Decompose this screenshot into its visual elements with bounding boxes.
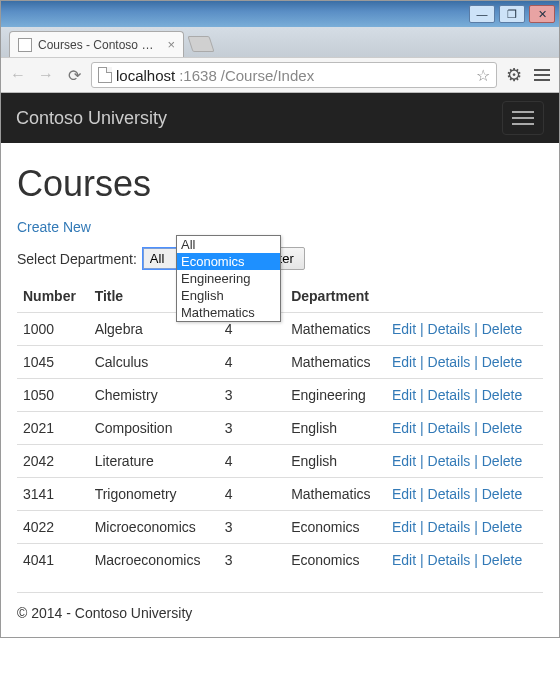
details-link[interactable]: Details: [428, 321, 471, 337]
col-number: Number: [17, 280, 89, 313]
cell-number: 1045: [17, 346, 89, 379]
cell-number: 1000: [17, 313, 89, 346]
cell-title: Calculus: [89, 346, 219, 379]
tab-title: Courses - Contoso University: [38, 38, 161, 52]
cell-number: 4041: [17, 544, 89, 577]
department-select-dropdown[interactable]: AllEconomicsEngineeringEnglishMathematic…: [176, 235, 281, 322]
cell-number: 1050: [17, 379, 89, 412]
details-link[interactable]: Details: [428, 420, 471, 436]
page-container: Courses Create New Select Department: Al…: [1, 143, 559, 584]
table-row: 3141Trigonometry4MathematicsEdit | Detai…: [17, 478, 543, 511]
cell-department: Economics: [285, 544, 386, 577]
window-titlebar: — ❐ ✕: [1, 1, 559, 27]
edit-link[interactable]: Edit: [392, 453, 416, 469]
delete-link[interactable]: Delete: [482, 387, 522, 403]
url-path: /Course/Index: [221, 67, 314, 84]
select-option[interactable]: Engineering: [177, 270, 280, 287]
cell-actions: Edit | Details | Delete: [386, 346, 543, 379]
maximize-button[interactable]: ❐: [499, 5, 525, 23]
details-link[interactable]: Details: [428, 354, 471, 370]
delete-link[interactable]: Delete: [482, 354, 522, 370]
address-bar[interactable]: localhost:1638/Course/Index ☆: [91, 62, 497, 88]
details-link[interactable]: Details: [428, 453, 471, 469]
cell-department: Mathematics: [285, 346, 386, 379]
edit-link[interactable]: Edit: [392, 519, 416, 535]
cell-title: Macroeconomics: [89, 544, 219, 577]
delete-link[interactable]: Delete: [482, 486, 522, 502]
table-row: 4041Macroeconomics3EconomicsEdit | Detai…: [17, 544, 543, 577]
cell-department: Mathematics: [285, 313, 386, 346]
browser-window: — ❐ ✕ Courses - Contoso University × ← →…: [0, 0, 560, 638]
cell-actions: Edit | Details | Delete: [386, 445, 543, 478]
table-row: 4022Microeconomics3EconomicsEdit | Detai…: [17, 511, 543, 544]
cell-number: 3141: [17, 478, 89, 511]
site-navbar: Contoso University: [1, 93, 559, 143]
select-option[interactable]: All: [177, 236, 280, 253]
back-button[interactable]: ←: [7, 64, 29, 86]
cell-credits: 3: [219, 544, 285, 577]
cell-title: Trigonometry: [89, 478, 219, 511]
details-link[interactable]: Details: [428, 519, 471, 535]
cell-title: Literature: [89, 445, 219, 478]
cell-actions: Edit | Details | Delete: [386, 478, 543, 511]
select-option[interactable]: Mathematics: [177, 304, 280, 321]
cell-number: 4022: [17, 511, 89, 544]
cell-department: Mathematics: [285, 478, 386, 511]
delete-link[interactable]: Delete: [482, 420, 522, 436]
cell-credits: 4: [219, 478, 285, 511]
bookmark-star-icon[interactable]: ☆: [476, 66, 490, 85]
details-link[interactable]: Details: [428, 387, 471, 403]
cell-credits: 4: [219, 445, 285, 478]
table-row: 2021Composition3EnglishEdit | Details | …: [17, 412, 543, 445]
forward-button[interactable]: →: [35, 64, 57, 86]
edit-link[interactable]: Edit: [392, 552, 416, 568]
select-option[interactable]: Economics: [177, 253, 280, 270]
url-host: localhost: [116, 67, 175, 84]
delete-link[interactable]: Delete: [482, 519, 522, 535]
page-viewport: Contoso University Courses Create New Se…: [1, 93, 559, 637]
edit-link[interactable]: Edit: [392, 420, 416, 436]
cell-title: Chemistry: [89, 379, 219, 412]
tab-close-icon[interactable]: ×: [167, 37, 175, 52]
cell-actions: Edit | Details | Delete: [386, 511, 543, 544]
cell-credits: 3: [219, 511, 285, 544]
table-row: 2042Literature4EnglishEdit | Details | D…: [17, 445, 543, 478]
page-icon: [98, 67, 112, 83]
edit-link[interactable]: Edit: [392, 321, 416, 337]
cell-number: 2021: [17, 412, 89, 445]
table-row: 1045Calculus4MathematicsEdit | Details |…: [17, 346, 543, 379]
select-option[interactable]: English: [177, 287, 280, 304]
cell-actions: Edit | Details | Delete: [386, 313, 543, 346]
settings-gear-icon[interactable]: ⚙: [503, 64, 525, 86]
nav-toggle-button[interactable]: [502, 101, 544, 135]
browser-menu-button[interactable]: [531, 69, 553, 81]
cell-title: Microeconomics: [89, 511, 219, 544]
cell-actions: Edit | Details | Delete: [386, 379, 543, 412]
create-new-link[interactable]: Create New: [17, 219, 91, 235]
cell-number: 2042: [17, 445, 89, 478]
close-window-button[interactable]: ✕: [529, 5, 555, 23]
tab-strip: Courses - Contoso University ×: [1, 27, 559, 57]
delete-link[interactable]: Delete: [482, 321, 522, 337]
tab-favicon-icon: [18, 38, 32, 52]
delete-link[interactable]: Delete: [482, 552, 522, 568]
reload-button[interactable]: ⟳: [63, 64, 85, 86]
edit-link[interactable]: Edit: [392, 486, 416, 502]
url-port: :1638: [179, 67, 217, 84]
cell-credits: 3: [219, 379, 285, 412]
browser-tab[interactable]: Courses - Contoso University ×: [9, 31, 184, 57]
cell-actions: Edit | Details | Delete: [386, 544, 543, 577]
details-link[interactable]: Details: [428, 486, 471, 502]
brand-link[interactable]: Contoso University: [16, 108, 167, 129]
details-link[interactable]: Details: [428, 552, 471, 568]
browser-toolbar: ← → ⟳ localhost:1638/Course/Index ☆ ⚙: [1, 57, 559, 93]
cell-actions: Edit | Details | Delete: [386, 412, 543, 445]
cell-department: English: [285, 445, 386, 478]
delete-link[interactable]: Delete: [482, 453, 522, 469]
cell-credits: 3: [219, 412, 285, 445]
minimize-button[interactable]: —: [469, 5, 495, 23]
new-tab-button[interactable]: [187, 36, 214, 52]
edit-link[interactable]: Edit: [392, 387, 416, 403]
page-title: Courses: [17, 163, 543, 205]
edit-link[interactable]: Edit: [392, 354, 416, 370]
